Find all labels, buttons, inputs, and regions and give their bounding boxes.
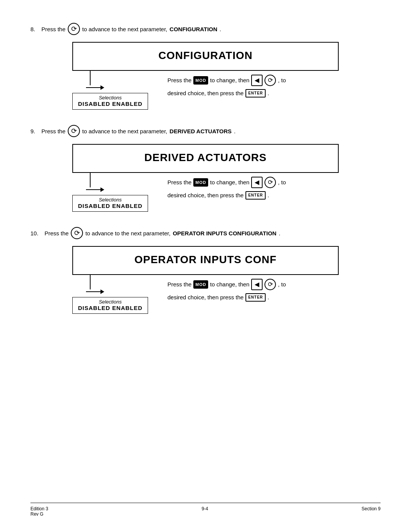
footer-edition: Edition 3 (30, 506, 48, 511)
refresh-btn-8[interactable]: ⟳ (264, 75, 276, 86)
param-left-8: Selections DISABLED ENABLED (72, 71, 156, 110)
arrow-horiz-8 (86, 87, 100, 88)
instr2-suffix-8: . (268, 88, 269, 99)
selections-label-9: Selections (78, 197, 142, 203)
instr2-8: desired choice, then press the ENTER . (167, 88, 339, 99)
instr1-10: Press the MOD to change, then ◀ ⟳ , to (167, 279, 339, 290)
arrow-vert-10 (90, 275, 91, 289)
instr1-mid-9: to change, then (210, 177, 249, 188)
refresh-icon-9[interactable]: ⟳ (68, 125, 80, 137)
footer-left: Edition 3 Rev G (30, 506, 48, 517)
param-box-8: CONFIGURATION (72, 42, 339, 71)
mod-btn-10[interactable]: MOD (193, 280, 208, 289)
arrow-9 (86, 173, 104, 192)
selections-box-10: Selections DISABLED ENABLED (72, 297, 148, 314)
param-block-9: DERIVED ACTUATORS Selections DISABLED EN… (72, 144, 339, 212)
selections-label-10: Selections (78, 299, 142, 305)
instr1-suffix-9: , to (278, 177, 286, 188)
arrow-horiz-10 (86, 291, 100, 292)
arrow-8 (86, 71, 104, 90)
param-box-9: DERIVED ACTUATORS (72, 144, 339, 173)
step-8-suffix-before: to advance to the next parameter, (82, 26, 167, 32)
param-box-title-10: OPERATOR INPUTS CONF (84, 254, 327, 266)
selections-values-10: DISABLED ENABLED (78, 305, 142, 311)
selections-box-9: Selections DISABLED ENABLED (72, 195, 148, 212)
param-block-10: OPERATOR INPUTS CONF Selections DISABLED… (72, 246, 339, 314)
arrow-vert-8 (90, 71, 91, 85)
instr2-prefix-8: desired choice, then press the (167, 88, 244, 99)
param-box-title-9: DERIVED ACTUATORS (84, 152, 327, 164)
arrow-head-9 (100, 187, 104, 192)
back-arrow-btn-9[interactable]: ◀ (251, 177, 263, 188)
instr2-suffix-9: . (268, 190, 269, 201)
instr1-9: Press the MOD to change, then ◀ ⟳ , to (167, 177, 339, 188)
footer-rev: Rev G (30, 511, 48, 517)
step-8-prefix: Press the (41, 26, 65, 32)
selections-values-9: DISABLED ENABLED (78, 203, 142, 209)
step-9-suffix-before: to advance to the next parameter, (82, 128, 167, 134)
step-8-number: 8. (30, 26, 35, 32)
instr2-9: desired choice, then press the ENTER . (167, 190, 339, 201)
step-8-line: 8. Press the ⟳ to advance to the next pa… (30, 23, 381, 35)
mod-btn-8[interactable]: MOD (193, 76, 208, 85)
param-left-10: Selections DISABLED ENABLED (72, 275, 156, 314)
instr1-suffix-10: , to (278, 279, 286, 290)
mod-btn-9[interactable]: MOD (193, 178, 208, 187)
refresh-icon-8[interactable]: ⟳ (68, 23, 80, 35)
step-10-suffix-before: to advance to the next parameter, (85, 230, 170, 236)
step-10-number: 10. (30, 230, 38, 236)
back-arrow-btn-10[interactable]: ◀ (251, 279, 263, 290)
param-lower-10: Selections DISABLED ENABLED Press the MO… (72, 275, 339, 314)
step-9-prefix: Press the (41, 128, 65, 134)
page: 8. Press the ⟳ to advance to the next pa… (0, 0, 411, 532)
enter-btn-9[interactable]: ENTER (245, 191, 266, 200)
footer-section: Section 9 (362, 506, 381, 511)
step-9-line: 9. Press the ⟳ to advance to the next pa… (30, 125, 381, 137)
param-right-9: Press the MOD to change, then ◀ ⟳ , to d… (156, 173, 339, 203)
refresh-btn-9[interactable]: ⟳ (264, 177, 276, 188)
param-box-10: OPERATOR INPUTS CONF (72, 246, 339, 275)
step-9-number: 9. (30, 128, 35, 134)
refresh-btn-10[interactable]: ⟳ (264, 279, 276, 290)
enter-btn-8[interactable]: ENTER (245, 89, 266, 97)
step-8-param-name: CONFIGURATION (170, 26, 218, 32)
param-block-8: CONFIGURATION Selections DISABLED ENABLE… (72, 42, 339, 110)
instr2-10: desired choice, then press the ENTER . (167, 292, 339, 303)
selections-label-8: Selections (78, 95, 142, 101)
back-arrow-btn-8[interactable]: ◀ (251, 75, 263, 86)
param-left-9: Selections DISABLED ENABLED (72, 173, 156, 212)
step-10-prefix: Press the (45, 230, 68, 236)
enter-btn-10[interactable]: ENTER (245, 293, 266, 302)
arrow-vert-9 (90, 173, 91, 187)
instr2-suffix-10: . (268, 292, 269, 303)
param-right-8: Press the MOD to change, then ◀ ⟳ , to d… (156, 71, 339, 101)
param-lower-9: Selections DISABLED ENABLED Press the MO… (72, 173, 339, 212)
param-box-title-8: CONFIGURATION (84, 50, 327, 62)
arrow-horiz-wrap-10 (86, 289, 104, 294)
selections-box-8: Selections DISABLED ENABLED (72, 93, 148, 110)
instr1-mid-10: to change, then (210, 279, 249, 290)
instr2-prefix-10: desired choice, then press the (167, 292, 244, 303)
refresh-icon-10[interactable]: ⟳ (71, 227, 83, 239)
arrow-horiz-9 (86, 189, 100, 190)
step-10-param-name: OPERATOR INPUTS CONFIGURATION (173, 230, 277, 236)
instr1-mid-8: to change, then (210, 75, 249, 86)
instr1-suffix-8: , to (278, 75, 286, 86)
instr1-prefix-8: Press the (167, 75, 191, 86)
footer-page: 9-4 (202, 506, 208, 511)
step-9-param-name: DERIVED ACTUATORS (170, 128, 232, 134)
instr2-prefix-9: desired choice, then press the (167, 190, 244, 201)
arrow-head-10 (100, 289, 104, 294)
instr1-prefix-9: Press the (167, 177, 191, 188)
step-10-line: 10. Press the ⟳ to advance to the next p… (30, 227, 381, 239)
arrow-horiz-wrap-8 (86, 85, 104, 90)
arrow-10 (86, 275, 104, 294)
arrow-horiz-wrap-9 (86, 187, 104, 192)
param-lower-8: Selections DISABLED ENABLED Press the MO… (72, 71, 339, 110)
arrow-head-8 (100, 85, 104, 90)
instr1-8: Press the MOD to change, then ◀ ⟳ , to (167, 75, 339, 86)
instr1-prefix-10: Press the (167, 279, 191, 290)
selections-values-8: DISABLED ENABLED (78, 101, 142, 107)
footer: Edition 3 Rev G 9-4 Section 9 (30, 503, 381, 517)
param-right-10: Press the MOD to change, then ◀ ⟳ , to d… (156, 275, 339, 305)
